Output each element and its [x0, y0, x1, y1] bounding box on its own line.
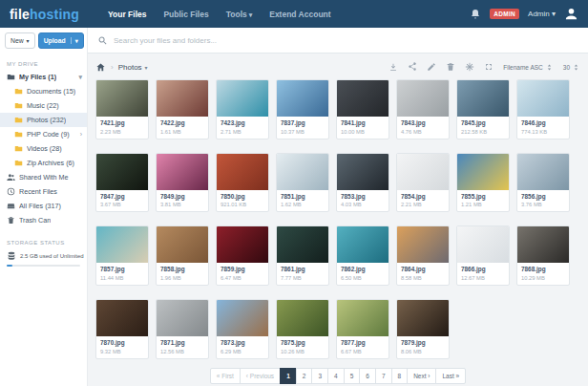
nav-link-your-files[interactable]: Your Files [108, 10, 146, 19]
file-thumbnail[interactable] [457, 154, 509, 190]
share-icon[interactable] [408, 62, 417, 72]
file-card[interactable]: 7837.jpg10.37 MB [276, 79, 329, 139]
file-thumbnail[interactable] [337, 154, 388, 190]
breadcrumb-folder-dropdown[interactable]: Photos▾ [118, 63, 148, 72]
file-card[interactable]: 7861.jpg7.77 MB [276, 225, 329, 286]
file-thumbnail[interactable] [217, 154, 268, 190]
chevron-right-icon[interactable]: › [80, 131, 82, 138]
pencil-icon[interactable] [427, 62, 436, 72]
sidebar-item-music-22[interactable]: Music (22) [0, 98, 87, 113]
file-thumbnail[interactable] [337, 80, 388, 117]
file-card[interactable]: 7423.jpg2.71 MB [216, 79, 269, 139]
file-card[interactable]: 7851.jpg1.62 MB [276, 153, 329, 213]
file-thumbnail[interactable] [457, 80, 509, 117]
file-thumbnail[interactable] [96, 300, 148, 336]
file-card[interactable]: 7854.jpg2.21 MB [396, 153, 450, 213]
file-card[interactable]: 7421.jpg2.23 MB [95, 79, 149, 139]
user-menu[interactable]: Admin ▾ [528, 10, 556, 18]
file-thumbnail[interactable] [157, 80, 208, 117]
sidebar-item-php-code-9[interactable]: PHP Code (9)› [0, 127, 87, 141]
new-button[interactable]: New▾ [5, 32, 35, 49]
pagination-page-5[interactable]: 5 [344, 368, 361, 384]
file-thumbnail[interactable] [457, 226, 509, 263]
search-input[interactable] [114, 36, 578, 45]
file-card[interactable]: 7850.jpg921.01 KB [216, 153, 269, 213]
file-card[interactable]: 7845.jpg212.58 KB [456, 79, 510, 139]
sidebar-item-my-files-1[interactable]: My Files (1)▾ [0, 70, 87, 84]
pagination-page-3[interactable]: 3 [311, 368, 328, 384]
file-card[interactable]: 7870.jpg9.32 MB [95, 299, 149, 359]
sidebar-item-recent-files[interactable]: Recent Files [0, 184, 87, 199]
pagination-page-8[interactable]: 8 [391, 368, 409, 384]
file-card[interactable]: 7847.jpg3.67 MB [95, 153, 149, 213]
file-card[interactable]: 7877.jpg6.67 MB [336, 299, 389, 359]
file-card[interactable]: 7858.jpg1.96 MB [156, 225, 209, 286]
file-card[interactable]: 7846.jpg774.13 KB [516, 79, 570, 139]
sidebar-item-shared-with-me[interactable]: Shared With Me [0, 170, 87, 184]
sidebar-item-videos-28[interactable]: Videos (28) [0, 141, 87, 156]
sidebar-item-trash-can[interactable]: Trash Can [0, 213, 87, 227]
file-card[interactable]: 7875.jpg10.26 MB [276, 299, 329, 359]
upload-button[interactable]: Upload▾ [38, 32, 84, 49]
file-thumbnail[interactable] [337, 226, 388, 263]
move-icon[interactable] [465, 62, 474, 72]
pagination-previous[interactable]: ‹ Previous [240, 368, 281, 384]
file-thumbnail[interactable] [397, 80, 449, 117]
file-card[interactable]: 7855.jpg1.21 MB [456, 153, 510, 213]
pagination-page-7[interactable]: 7 [375, 368, 392, 384]
file-thumbnail[interactable] [397, 154, 449, 190]
file-thumbnail[interactable] [96, 226, 148, 263]
trash-icon[interactable] [446, 62, 455, 72]
file-thumbnail[interactable] [217, 80, 268, 117]
file-thumbnail[interactable] [277, 154, 328, 190]
file-thumbnail[interactable] [397, 226, 449, 263]
pagination-page-2[interactable]: 2 [296, 368, 313, 384]
pagination-page-4[interactable]: 4 [327, 368, 345, 384]
file-thumbnail[interactable] [517, 226, 569, 263]
file-thumbnail[interactable] [157, 300, 208, 336]
file-thumbnail[interactable] [277, 226, 328, 263]
pagination-last[interactable]: Last » [435, 368, 466, 384]
file-thumbnail[interactable] [217, 300, 268, 336]
pagination-next[interactable]: Next › [407, 368, 436, 384]
file-thumbnail[interactable] [517, 154, 569, 190]
page-size-dropdown[interactable]: 30 [563, 63, 580, 72]
sort-dropdown[interactable]: Filename ASC [503, 63, 554, 72]
file-card[interactable]: 7841.jpg10.00 MB [336, 79, 389, 139]
file-thumbnail[interactable] [157, 226, 208, 263]
file-card[interactable]: 7857.jpg11.44 MB [95, 225, 149, 286]
bell-icon[interactable] [470, 9, 481, 20]
chevron-down-icon[interactable]: ▾ [78, 74, 82, 81]
file-thumbnail[interactable] [517, 80, 569, 117]
file-thumbnail[interactable] [96, 154, 148, 190]
pagination-page-1[interactable]: 1 [280, 368, 297, 384]
file-thumbnail[interactable] [337, 300, 388, 336]
file-card[interactable]: 7866.jpg12.67 MB [456, 225, 510, 286]
file-thumbnail[interactable] [277, 80, 328, 117]
download-icon[interactable] [388, 62, 398, 72]
file-thumbnail[interactable] [277, 300, 328, 336]
file-thumbnail[interactable] [397, 300, 449, 336]
chevron-down-icon[interactable]: ▾ [71, 37, 78, 44]
file-thumbnail[interactable] [217, 226, 268, 263]
pagination-first[interactable]: « First [210, 368, 241, 384]
file-thumbnail[interactable] [96, 80, 148, 117]
file-card[interactable]: 7868.jpg10.29 MB [516, 225, 570, 286]
file-card[interactable]: 7843.jpg4.76 MB [396, 79, 450, 139]
file-thumbnail[interactable] [157, 154, 208, 190]
nav-link-public-files[interactable]: Public Files [163, 10, 208, 19]
file-card[interactable]: 7859.jpg6.47 MB [216, 225, 269, 286]
avatar[interactable] [564, 7, 578, 21]
file-card[interactable]: 7879.jpg8.06 MB [396, 299, 450, 359]
sidebar-item-zip-archives-6[interactable]: Zip Archives (6) [0, 156, 87, 170]
pagination-page-6[interactable]: 6 [359, 368, 376, 384]
file-card[interactable]: 7864.jpg8.58 MB [396, 225, 450, 286]
home-icon[interactable] [95, 62, 106, 73]
file-card[interactable]: 7849.jpg3.81 MB [156, 153, 209, 213]
expand-icon[interactable] [484, 62, 494, 72]
file-card[interactable]: 7856.jpg3.76 MB [516, 153, 570, 213]
file-card[interactable]: 7862.jpg6.50 MB [336, 225, 389, 286]
file-card[interactable]: 7853.jpg4.03 MB [336, 153, 389, 213]
sidebar-item-photos-232[interactable]: Photos (232) [0, 113, 87, 127]
nav-link-tools[interactable]: Tools ▾ [226, 10, 253, 19]
